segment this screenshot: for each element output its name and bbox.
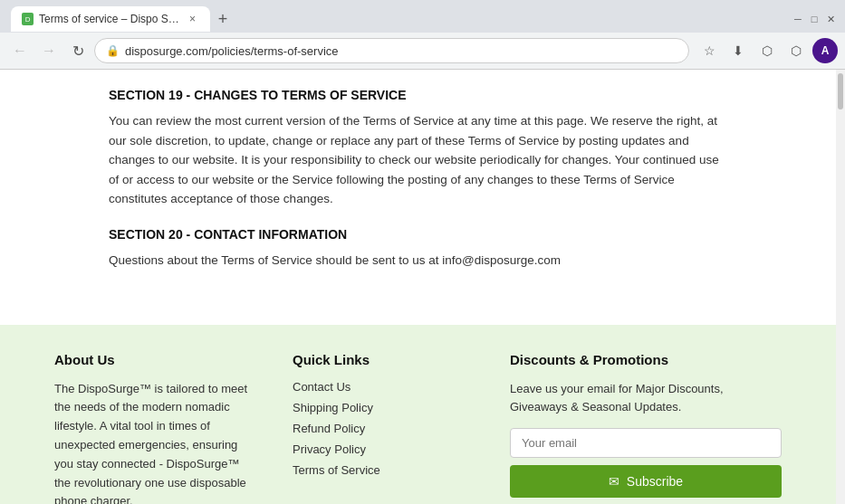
profile-button[interactable]: A xyxy=(812,38,838,63)
tab-bar: D Terms of service – Dispo Surge × + ─ □… xyxy=(0,0,845,33)
page-content: SECTION 19 - CHANGES TO TERMS OF SERVICE… xyxy=(0,70,836,504)
footer-about-col: About Us The DispoSurge™ is tailored to … xyxy=(54,352,256,504)
link-privacy-policy[interactable]: Privacy Policy xyxy=(293,442,474,456)
footer-discounts-heading: Discounts & Promotions xyxy=(510,352,782,367)
footer-top: About Us The DispoSurge™ is tailored to … xyxy=(54,352,782,504)
link-refund-policy[interactable]: Refund Policy xyxy=(293,422,474,435)
footer-discounts-col: Discounts & Promotions Leave us your ema… xyxy=(510,352,782,504)
link-shipping-policy[interactable]: Shipping Policy xyxy=(293,401,474,414)
reload-button[interactable]: ↻ xyxy=(65,38,91,63)
footer: About Us The DispoSurge™ is tailored to … xyxy=(0,325,836,504)
url-text: disposurge.com/policies/terms-of-service xyxy=(125,44,339,58)
browser-chrome: D Terms of service – Dispo Surge × + ─ □… xyxy=(0,0,845,70)
new-tab-button[interactable]: + xyxy=(210,6,235,32)
scrollbar-track[interactable] xyxy=(836,70,845,504)
section-19-text: You can review the most current version … xyxy=(109,111,727,209)
email-subscribe-input[interactable] xyxy=(510,428,782,458)
link-contact-us[interactable]: Contact Us xyxy=(293,380,474,394)
footer-quick-links-col: Quick Links Contact Us Shipping Policy R… xyxy=(293,352,474,504)
minimize-button[interactable]: ─ xyxy=(791,12,805,26)
forward-button[interactable]: → xyxy=(36,38,62,63)
download-button[interactable]: ⬇ xyxy=(725,38,751,63)
section-20: SECTION 20 - CONTACT INFORMATION Questio… xyxy=(109,227,727,271)
lock-icon: 🔒 xyxy=(106,44,120,57)
back-button[interactable]: ← xyxy=(7,38,33,63)
tab-title: Terms of service – Dispo Surge xyxy=(39,13,180,25)
footer-quick-links-heading: Quick Links xyxy=(293,352,474,367)
address-bar[interactable]: 🔒 disposurge.com/policies/terms-of-servi… xyxy=(94,38,689,63)
page-wrapper: SECTION 19 - CHANGES TO TERMS OF SERVICE… xyxy=(0,70,845,504)
envelope-icon: ✉ xyxy=(609,474,619,489)
scrollbar-thumb[interactable] xyxy=(838,73,843,109)
section-20-heading: SECTION 20 - CONTACT INFORMATION xyxy=(109,227,727,242)
address-bar-row: ← → ↻ 🔒 disposurge.com/policies/terms-of… xyxy=(0,33,845,69)
footer-discounts-text: Leave us your email for Major Discounts,… xyxy=(510,380,782,418)
section-20-text: Questions about the Terms of Service sho… xyxy=(109,251,727,271)
extensions-button[interactable]: ⬡ xyxy=(754,38,780,63)
subscribe-button[interactable]: ✉ Subscribe xyxy=(510,465,782,498)
maximize-button[interactable]: □ xyxy=(807,12,821,26)
account-button[interactable]: ⬡ xyxy=(783,38,809,63)
tab-close-button[interactable]: × xyxy=(186,12,199,26)
active-tab[interactable]: D Terms of service – Dispo Surge × xyxy=(11,6,210,32)
close-window-button[interactable]: ✕ xyxy=(823,12,838,26)
subscribe-label: Subscribe xyxy=(627,474,683,489)
footer-links-list: Contact Us Shipping Policy Refund Policy… xyxy=(293,380,474,477)
section-19-heading: SECTION 19 - CHANGES TO TERMS OF SERVICE xyxy=(109,88,727,102)
main-content: SECTION 19 - CHANGES TO TERMS OF SERVICE… xyxy=(0,70,836,325)
footer-about-heading: About Us xyxy=(54,352,256,367)
toolbar-icons: ☆ ⬇ ⬡ ⬡ A xyxy=(696,38,838,63)
section-19: SECTION 19 - CHANGES TO TERMS OF SERVICE… xyxy=(109,88,727,209)
footer-about-text: The DispoSurge™ is tailored to meet the … xyxy=(54,380,256,504)
link-terms-of-service[interactable]: Terms of Service xyxy=(293,463,474,477)
bookmark-button[interactable]: ☆ xyxy=(696,38,722,63)
tab-favicon: D xyxy=(22,13,34,25)
